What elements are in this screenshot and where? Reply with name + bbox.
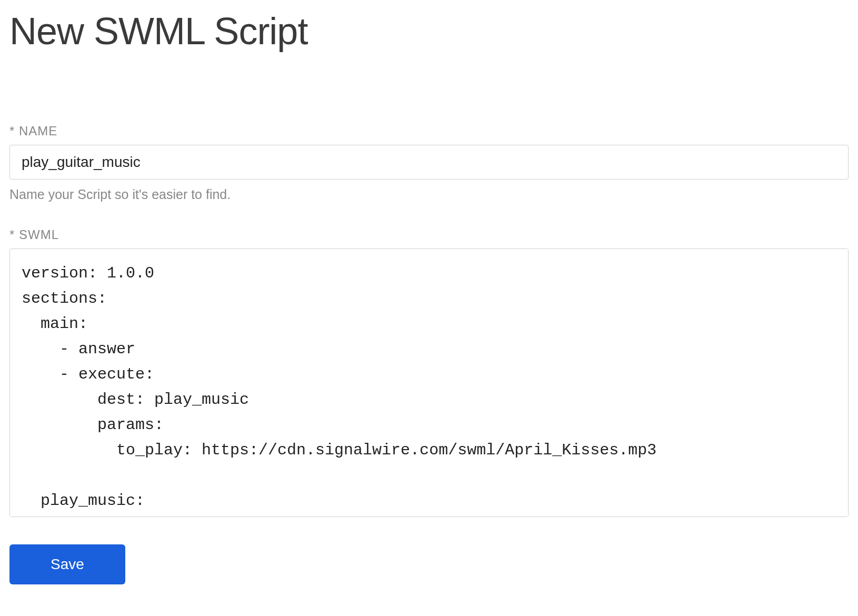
name-help-text: Name your Script so it's easier to find. — [9, 187, 849, 202]
name-input[interactable] — [9, 145, 849, 180]
name-form-group: * NAME Name your Script so it's easier t… — [9, 124, 849, 202]
swml-form-group: * SWML — [9, 227, 849, 519]
swml-label: * SWML — [9, 227, 849, 242]
save-button[interactable]: Save — [9, 544, 125, 584]
page-title: New SWML Script — [9, 9, 849, 53]
swml-code-editor[interactable] — [9, 249, 849, 517]
name-label: * NAME — [9, 124, 849, 138]
button-row: Save — [9, 544, 849, 584]
